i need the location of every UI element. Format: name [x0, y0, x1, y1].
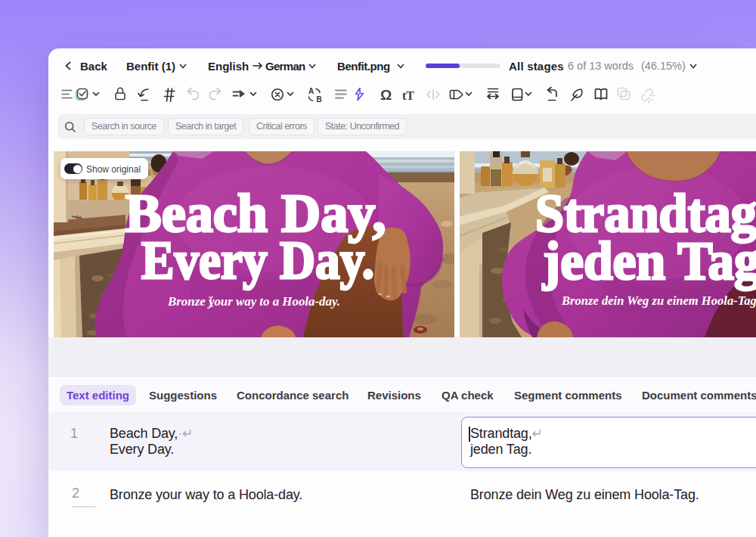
- svg-text:jeden Tag.: jeden Tag.: [542, 231, 756, 291]
- svg-text:Bronze your way to a Hoola-day: Bronze your way to a Hoola-day.: [167, 293, 340, 309]
- svg-text:Ω: Ω: [380, 87, 392, 103]
- svg-text:tT: tT: [402, 89, 414, 102]
- svg-text:A: A: [308, 87, 314, 95]
- svg-text:Bronze dein Weg zu einem Hoola: Bronze dein Weg zu einem Hoola-Tag.: [561, 293, 756, 308]
- svg-text:B: B: [317, 95, 322, 104]
- svg-text:Every Day.: Every Day.: [141, 230, 374, 290]
